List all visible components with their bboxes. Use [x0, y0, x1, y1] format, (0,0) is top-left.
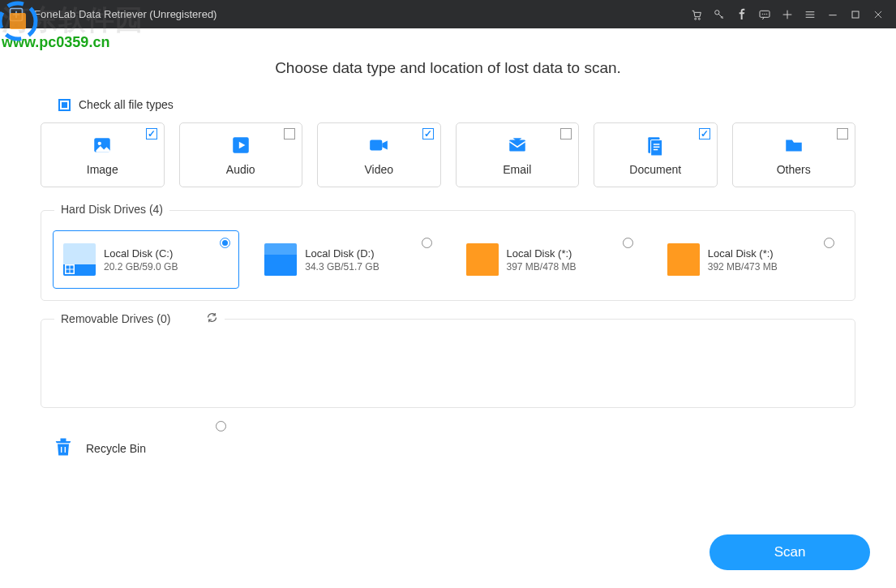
drive-name: Local Disk (*:) [708, 247, 778, 261]
page-heading: Choose data type and location of lost da… [41, 59, 855, 77]
drive-name: Local Disk (*:) [507, 247, 577, 261]
filetype-label: Email [503, 163, 531, 176]
refresh-icon[interactable] [206, 311, 218, 326]
filetype-checkbox[interactable] [284, 128, 295, 139]
drive-size: 397 MB/478 MB [507, 261, 577, 273]
filetype-folder[interactable]: Others [732, 122, 856, 187]
key-icon[interactable] [708, 3, 731, 26]
svg-rect-17 [651, 140, 662, 157]
check-all-filetypes[interactable]: Check all file types [58, 98, 855, 111]
filetype-checkbox[interactable] [146, 128, 157, 139]
removable-group-title: Removable Drives (0) [54, 311, 225, 326]
drive-size: 20.2 GB/59.0 GB [104, 261, 178, 273]
filetype-email[interactable]: Email [456, 122, 580, 187]
app-icon [6, 5, 26, 24]
drive-radio[interactable] [220, 238, 230, 248]
svg-point-3 [695, 18, 697, 19]
filetype-label: Others [777, 163, 811, 176]
scan-button[interactable]: Scan [710, 534, 870, 570]
titlebar: FoneLab Data Retriever (Unregistered) [0, 0, 896, 28]
svg-rect-14 [370, 140, 382, 151]
video-icon [367, 134, 390, 157]
svg-point-9 [766, 14, 767, 15]
filetype-label: Audio [226, 163, 255, 176]
hdd-group-title: Hard Disk Drives (4) [54, 203, 169, 216]
drive-option[interactable]: Local Disk (D:)34.3 GB/51.7 GB [254, 230, 440, 289]
disk-icon [667, 243, 700, 276]
facebook-icon[interactable] [731, 3, 753, 26]
drive-size: 392 MB/473 MB [708, 261, 778, 273]
document-icon [644, 134, 667, 157]
check-all-checkbox[interactable] [58, 99, 71, 111]
filetype-label: Video [364, 163, 393, 176]
svg-rect-10 [852, 11, 859, 18]
app-title: FoneLab Data Retriever (Unregistered) [34, 8, 216, 20]
email-icon [506, 134, 529, 157]
filetype-checkbox[interactable] [699, 128, 710, 139]
filetype-checkbox[interactable] [422, 128, 434, 139]
svg-point-4 [698, 18, 700, 19]
svg-point-8 [765, 14, 765, 15]
drive-option[interactable]: Local Disk (C:)20.2 GB/59.0 GB [53, 230, 239, 289]
minimize-icon[interactable] [821, 3, 844, 26]
image-icon [91, 134, 114, 157]
disk-icon [63, 243, 96, 276]
recycle-bin-option[interactable]: Recycle Bin [52, 426, 855, 471]
folder-icon [782, 134, 805, 157]
filetype-image[interactable]: Image [41, 122, 165, 187]
svg-point-7 [762, 14, 763, 15]
drive-radio[interactable] [824, 238, 834, 248]
filetype-audio[interactable]: Audio [179, 122, 303, 187]
audio-icon [229, 134, 252, 157]
drive-radio[interactable] [422, 238, 432, 248]
disk-icon [264, 243, 297, 276]
disk-icon [466, 243, 499, 276]
recycle-label: Recycle Bin [86, 442, 146, 455]
svg-point-5 [715, 10, 719, 14]
filetype-checkbox[interactable] [560, 128, 572, 139]
removable-group: Removable Drives (0) [41, 319, 855, 408]
drive-option[interactable]: Local Disk (*:)397 MB/478 MB [456, 230, 642, 289]
filetype-label: Image [87, 163, 118, 176]
drive-radio[interactable] [623, 238, 633, 248]
drive-size: 34.3 GB/51.7 GB [305, 261, 379, 273]
hdd-group: Hard Disk Drives (4) Local Disk (C:)20.2… [41, 210, 855, 301]
drive-option[interactable]: Local Disk (*:)392 MB/473 MB [657, 230, 843, 289]
trash-icon [52, 436, 75, 461]
close-icon[interactable] [867, 3, 890, 26]
maximize-icon[interactable] [844, 3, 867, 26]
recycle-radio[interactable] [216, 421, 226, 431]
filetype-label: Document [629, 163, 681, 176]
drive-name: Local Disk (D:) [305, 247, 379, 261]
filetype-video[interactable]: Video [317, 122, 441, 187]
filetype-checkbox[interactable] [837, 128, 848, 139]
plus-icon[interactable] [776, 3, 799, 26]
drive-name: Local Disk (C:) [104, 247, 178, 261]
cart-icon[interactable] [685, 3, 708, 26]
svg-point-12 [98, 142, 101, 145]
check-all-label: Check all file types [79, 98, 174, 111]
filetype-document[interactable]: Document [594, 122, 718, 187]
menu-icon[interactable] [799, 3, 821, 26]
feedback-icon[interactable] [753, 3, 776, 26]
